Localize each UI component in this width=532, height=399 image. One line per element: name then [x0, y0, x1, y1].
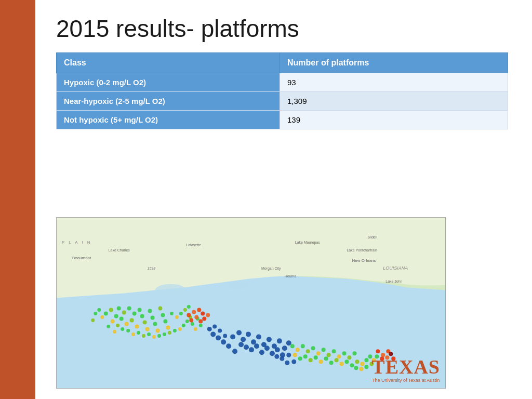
- svg-point-44: [91, 318, 95, 322]
- svg-point-81: [256, 334, 261, 339]
- main-content: 2015 results- platforms Class Number of …: [35, 0, 532, 399]
- svg-point-103: [290, 344, 295, 348]
- map-container: Beaumont Lake Charles Lafayette Lake Mau…: [56, 217, 446, 389]
- svg-point-66: [199, 324, 203, 327]
- svg-point-61: [185, 320, 189, 323]
- svg-point-26: [132, 312, 137, 316]
- svg-point-117: [298, 356, 302, 361]
- svg-point-106: [306, 349, 310, 353]
- svg-point-57: [168, 331, 171, 335]
- svg-point-33: [148, 309, 152, 313]
- svg-point-115: [352, 351, 356, 355]
- svg-point-75: [198, 319, 203, 323]
- svg-point-145: [286, 353, 291, 357]
- svg-point-22: [122, 311, 126, 315]
- svg-point-42: [100, 315, 104, 319]
- svg-point-60: [182, 324, 185, 327]
- texas-text: TEXAS: [371, 357, 440, 377]
- svg-point-23: [119, 316, 124, 321]
- svg-point-37: [158, 307, 162, 311]
- col-header-count: Number of platforms: [280, 52, 508, 73]
- svg-point-80: [251, 339, 256, 344]
- svg-point-18: [109, 308, 113, 312]
- svg-point-95: [275, 347, 280, 352]
- svg-point-147: [285, 361, 289, 365]
- svg-point-71: [194, 315, 198, 319]
- svg-point-89: [244, 344, 249, 350]
- svg-point-127: [350, 363, 354, 367]
- svg-point-157: [223, 334, 227, 338]
- svg-point-92: [259, 350, 264, 355]
- svg-point-99: [221, 339, 226, 344]
- svg-point-102: [207, 327, 212, 331]
- svg-text:Lake Maurepas: Lake Maurepas: [295, 241, 321, 245]
- svg-point-156: [218, 328, 222, 332]
- texas-subtitle: The University of Texas at Austin: [371, 378, 440, 383]
- svg-point-52: [142, 334, 145, 338]
- svg-point-59: [178, 327, 182, 331]
- svg-point-39: [163, 319, 167, 323]
- svg-point-43: [94, 312, 97, 315]
- svg-point-32: [145, 327, 150, 331]
- svg-point-133: [376, 349, 380, 353]
- svg-point-97: [232, 349, 237, 354]
- svg-point-17: [104, 312, 108, 316]
- svg-point-34: [151, 315, 155, 320]
- svg-point-114: [347, 355, 351, 360]
- svg-point-74: [206, 313, 210, 317]
- svg-point-48: [121, 327, 124, 331]
- svg-point-88: [238, 342, 244, 347]
- count-not-hypoxic: 139: [280, 110, 508, 129]
- count-near-hypoxic: 1,309: [280, 91, 508, 110]
- svg-point-108: [316, 351, 321, 355]
- svg-point-144: [354, 366, 358, 370]
- svg-point-77: [236, 330, 242, 335]
- svg-point-128: [355, 360, 359, 364]
- svg-text:P L A I N: P L A I N: [62, 240, 92, 245]
- svg-point-130: [364, 358, 368, 362]
- svg-point-86: [282, 345, 287, 351]
- svg-point-73: [202, 316, 206, 321]
- svg-point-118: [303, 354, 308, 358]
- class-not-hypoxic: Not hypoxic (5+ mg/L O2): [57, 110, 280, 129]
- svg-point-3: [228, 281, 248, 289]
- svg-text:Lake Pontchartrain: Lake Pontchartrain: [347, 248, 378, 252]
- svg-point-112: [337, 354, 341, 358]
- svg-point-123: [329, 361, 334, 365]
- svg-point-79: [246, 331, 251, 337]
- svg-point-152: [179, 312, 183, 315]
- svg-point-25: [127, 307, 131, 311]
- svg-point-121: [319, 360, 323, 364]
- svg-point-78: [241, 337, 246, 342]
- svg-point-85: [277, 338, 282, 343]
- sidebar: [0, 0, 35, 399]
- svg-point-150: [170, 312, 174, 315]
- count-hypoxic: 93: [280, 73, 508, 91]
- svg-point-45: [107, 325, 110, 328]
- svg-point-49: [126, 329, 130, 332]
- svg-point-98: [226, 343, 231, 349]
- col-header-class: Class: [57, 52, 280, 73]
- svg-point-100: [216, 335, 221, 340]
- svg-text:1538: 1538: [148, 267, 156, 270]
- svg-point-56: [163, 332, 166, 336]
- texas-logo: TEXAS The University of Texas at Austin: [371, 357, 440, 383]
- svg-point-40: [166, 325, 170, 329]
- svg-point-67: [187, 313, 191, 317]
- svg-point-101: [210, 331, 216, 337]
- svg-point-31: [143, 320, 147, 324]
- svg-text:Lake Charles: Lake Charles: [109, 248, 130, 252]
- svg-point-146: [291, 360, 296, 364]
- svg-point-105: [301, 344, 305, 348]
- bottom-area: Beaumont Lake Charles Lafayette Lake Mau…: [56, 140, 511, 389]
- class-near-hypoxic: Near-hypoxic (2-5 mg/L O2): [57, 91, 280, 110]
- svg-point-54: [152, 335, 156, 339]
- svg-text:Slidell: Slidell: [367, 235, 377, 239]
- svg-point-111: [332, 349, 336, 353]
- svg-point-113: [342, 351, 347, 355]
- table-row: Near-hypoxic (2-5 mg/L O2) 1,309: [57, 91, 508, 110]
- svg-point-155: [212, 324, 217, 328]
- svg-point-38: [161, 313, 165, 317]
- svg-point-107: [311, 346, 315, 350]
- svg-point-125: [340, 362, 344, 366]
